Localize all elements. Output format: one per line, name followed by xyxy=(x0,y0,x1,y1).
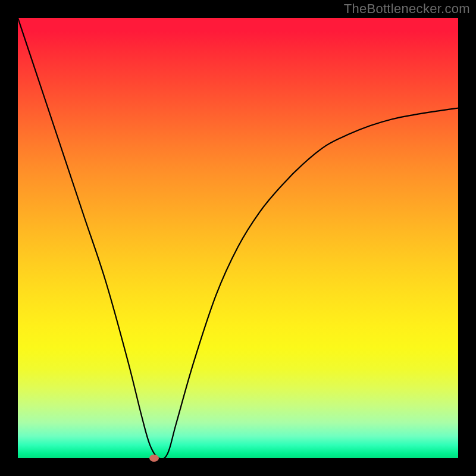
watermark-text: TheBottlenecker.com xyxy=(344,1,470,17)
bottleneck-curve xyxy=(18,18,458,458)
optimum-marker xyxy=(149,455,159,462)
chart-background-gradient xyxy=(18,18,458,458)
chart-svg xyxy=(18,18,458,458)
